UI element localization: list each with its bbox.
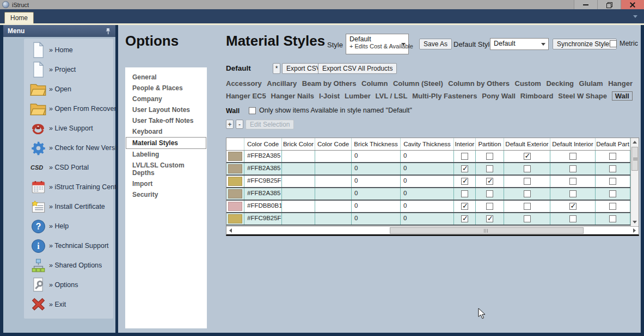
sidebar-item-home[interactable]: » Home: [3, 40, 115, 60]
only-show-checkbox[interactable]: [249, 107, 256, 114]
pin-icon[interactable]: [105, 28, 111, 35]
partition-checkbox[interactable]: [486, 190, 493, 197]
category-tab-lvl-lsl[interactable]: LVL / LSL: [376, 92, 408, 100]
cell-brick-color[interactable]: [282, 213, 315, 225]
sidebar-item-check-for-new-version[interactable]: » Check for New Version: [3, 138, 115, 158]
default-interior-checkbox[interactable]: [569, 153, 576, 160]
category-tab-column-by-others[interactable]: Column by Others: [448, 79, 510, 88]
column-header[interactable]: Default Interior: [550, 138, 596, 150]
options-item-labeling[interactable]: Labeling: [126, 149, 206, 160]
cell-brick-color[interactable]: [282, 163, 315, 175]
cell-color-code[interactable]: #FFC9B25F: [244, 176, 282, 187]
scroll-up-button[interactable]: [631, 138, 639, 146]
sidebar-item-exit[interactable]: » Exit: [3, 295, 115, 314]
cell-cavity-thickness[interactable]: 0: [401, 213, 454, 225]
options-item-user-take-off-notes[interactable]: User Take-off Notes: [126, 115, 206, 126]
category-tab-accessory[interactable]: Accessory: [226, 79, 262, 88]
column-header[interactable]: Default Exterior: [504, 138, 550, 150]
sidebar-item-csd-portal[interactable]: CSD» CSD Portal: [3, 158, 115, 177]
asterisk-button[interactable]: *: [273, 63, 280, 74]
cell-cavity-thickness[interactable]: 0: [401, 163, 454, 175]
table-row[interactable]: #FFDBB0B100: [226, 201, 639, 213]
synchronize-styles-button[interactable]: Synchronize Styles: [553, 39, 617, 49]
horizontal-scroll-thumb[interactable]: [390, 227, 584, 234]
default-part-checkbox[interactable]: [609, 215, 616, 222]
cell-color-code[interactable]: #FFC9B25F: [244, 213, 282, 225]
cell-cavity-thickness[interactable]: 0: [401, 151, 454, 162]
interior-checkbox[interactable]: [461, 178, 468, 185]
default-part-checkbox[interactable]: [609, 203, 616, 210]
sidebar-item-help[interactable]: ?» Help: [3, 216, 115, 236]
sidebar-item-project[interactable]: » Project: [3, 60, 115, 79]
default-exterior-checkbox[interactable]: [524, 178, 531, 185]
metric-checkbox[interactable]: [610, 40, 617, 47]
vertical-scroll-thumb[interactable]: [631, 147, 638, 171]
options-item-general[interactable]: General: [126, 72, 206, 83]
default-interior-checkbox[interactable]: [569, 178, 576, 185]
category-tab-custom[interactable]: Custom: [515, 79, 541, 88]
sidebar-item-technical-support[interactable]: i» Technical Support: [3, 236, 115, 256]
default-exterior-checkbox[interactable]: [524, 215, 531, 222]
cell-color-code2[interactable]: [315, 151, 352, 162]
scroll-down-button[interactable]: [631, 218, 639, 226]
default-part-checkbox[interactable]: [609, 178, 616, 185]
category-tab-steel-w-shape[interactable]: Steel W Shape: [558, 92, 607, 100]
partition-checkbox[interactable]: [486, 178, 493, 185]
cell-color-code2[interactable]: [315, 163, 352, 175]
column-header[interactable]: Interior: [454, 138, 476, 150]
options-item-import[interactable]: Import: [126, 178, 206, 189]
cell-color-code[interactable]: #FFB2A385: [244, 188, 282, 200]
scroll-right-button[interactable]: [630, 227, 639, 234]
color-swatch[interactable]: [226, 151, 244, 162]
cell-brick-thickness[interactable]: 0: [352, 188, 401, 200]
cell-color-code2[interactable]: [315, 188, 352, 200]
color-swatch[interactable]: [226, 188, 244, 200]
save-as-button[interactable]: Save As: [419, 39, 452, 49]
default-interior-checkbox[interactable]: [569, 165, 576, 172]
table-row[interactable]: #FFB2A38500: [226, 163, 639, 176]
category-tab-hanger[interactable]: Hanger: [608, 79, 633, 88]
cell-brick-thickness[interactable]: 0: [352, 151, 401, 162]
cell-color-code[interactable]: #FFDBB0B1: [244, 201, 282, 212]
color-swatch[interactable]: [226, 163, 244, 175]
category-tab-column-steel[interactable]: Column (Steel): [393, 79, 443, 88]
sidebar-item-install-certificate[interactable]: » Install Certificate: [3, 197, 115, 216]
restore-button[interactable]: [597, 0, 621, 9]
table-row[interactable]: #FFC9B25F00: [226, 176, 639, 188]
cell-brick-color[interactable]: [282, 188, 315, 200]
category-tab-beam-by-others[interactable]: Beam by Others: [302, 79, 357, 88]
cell-brick-thickness[interactable]: 0: [352, 176, 401, 187]
export-csv-all-products-button[interactable]: Export CSV All Products: [318, 63, 397, 74]
edit-selection-button[interactable]: Edit Selection: [246, 120, 294, 129]
category-tab-lumber[interactable]: Lumber: [345, 92, 371, 100]
table-row[interactable]: #FFC9B25F00: [226, 213, 639, 226]
options-item-lvl-lsl-custom-depths[interactable]: LVL/LSL Custom Depths: [126, 160, 206, 178]
cell-cavity-thickness[interactable]: 0: [401, 176, 454, 187]
style-dropdown[interactable]: Default + Edits Cost & Available: [346, 34, 409, 54]
category-tab-column[interactable]: Column: [361, 79, 388, 88]
cell-color-code2[interactable]: [315, 213, 352, 225]
cell-cavity-thickness[interactable]: 0: [401, 188, 454, 200]
interior-checkbox[interactable]: [461, 203, 468, 210]
cell-color-code[interactable]: #FFB2A385: [244, 163, 282, 175]
table-horizontal-scrollbar[interactable]: [226, 226, 639, 234]
default-exterior-checkbox[interactable]: [524, 190, 531, 197]
default-part-checkbox[interactable]: [609, 190, 616, 197]
sidebar-item-options[interactable]: » Options: [3, 275, 115, 295]
category-tab-hanger-nails[interactable]: Hanger Nails: [271, 92, 314, 100]
column-header[interactable]: Cavity Thickness: [401, 138, 454, 150]
category-tab-hanger-ec5[interactable]: Hanger EC5: [226, 92, 266, 100]
interior-checkbox[interactable]: [461, 165, 468, 172]
options-item-material-styles[interactable]: Material Styles: [126, 137, 206, 149]
column-header[interactable]: Brick Thickness: [352, 138, 401, 150]
category-tab-ancillary[interactable]: Ancillary: [267, 79, 297, 88]
column-header[interactable]: Partition: [476, 138, 504, 150]
partition-checkbox[interactable]: [486, 215, 493, 222]
default-part-checkbox[interactable]: [609, 165, 616, 172]
color-swatch[interactable]: [226, 176, 244, 187]
category-tab-glulam[interactable]: Glulam: [579, 79, 603, 88]
cell-brick-color[interactable]: [282, 201, 315, 212]
minimize-button[interactable]: [574, 0, 597, 9]
default-interior-checkbox[interactable]: [569, 203, 576, 210]
sidebar-item-open[interactable]: » Open: [3, 79, 115, 99]
